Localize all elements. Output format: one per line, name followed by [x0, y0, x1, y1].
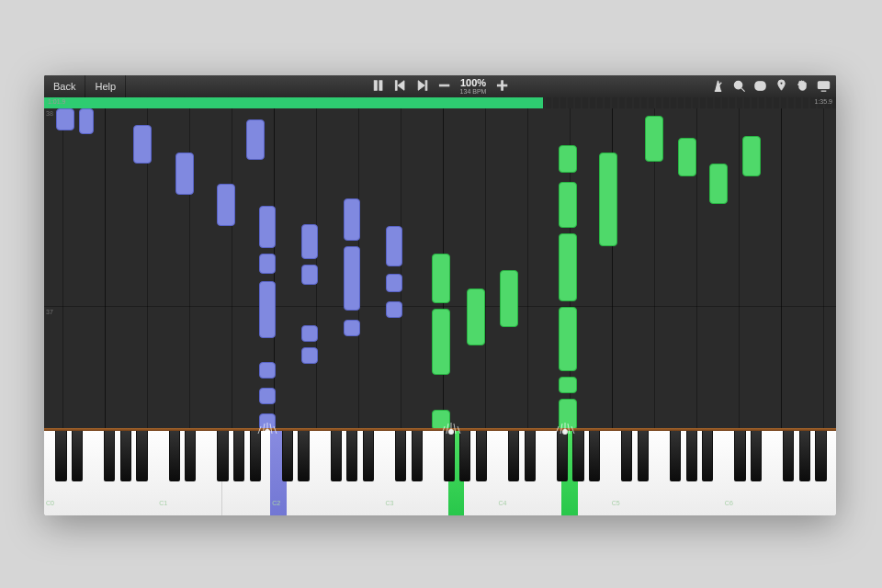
speed-display[interactable]: 100% 134 BPM [460, 78, 487, 95]
black-key[interactable] [298, 431, 309, 481]
row-label-top: 38 [46, 110, 53, 117]
black-key[interactable] [734, 431, 745, 481]
svg-point-7 [734, 81, 741, 88]
black-key[interactable] [572, 431, 583, 481]
octave-label: C6 [725, 500, 733, 506]
note-blue [386, 226, 402, 266]
black-key[interactable] [72, 431, 83, 481]
black-key[interactable] [589, 431, 600, 481]
note-blue [344, 198, 360, 241]
black-key[interactable] [346, 431, 357, 481]
black-key[interactable] [751, 431, 762, 481]
black-key[interactable] [120, 431, 131, 481]
row-label-bot: 37 [46, 309, 53, 315]
note-green [432, 254, 450, 303]
black-key[interactable] [476, 431, 487, 481]
svg-point-9 [780, 82, 783, 85]
note-blue [259, 413, 276, 428]
zoom-icon[interactable] [732, 79, 746, 95]
black-key[interactable] [412, 431, 423, 481]
hands-icon[interactable] [796, 79, 809, 95]
black-key[interactable] [250, 431, 261, 481]
black-key[interactable] [459, 431, 470, 481]
black-key[interactable] [783, 431, 794, 481]
note-blue [56, 108, 74, 130]
note-blue [344, 320, 360, 336]
note-green [709, 164, 728, 204]
note-green [559, 182, 577, 228]
black-key[interactable] [185, 431, 196, 481]
note-green [742, 136, 761, 176]
black-key[interactable] [670, 431, 681, 481]
note-blue [133, 125, 152, 164]
help-button[interactable]: Help [85, 75, 126, 97]
progress-fill [44, 97, 543, 108]
metronome-icon[interactable] [711, 79, 725, 95]
black-key[interactable] [136, 431, 147, 481]
black-key[interactable] [217, 431, 228, 481]
black-key[interactable] [363, 431, 374, 481]
note-blue [301, 325, 318, 342]
octave-label: C2 [272, 500, 280, 506]
note-blue [175, 153, 194, 195]
black-key[interactable] [233, 431, 244, 481]
note-green [559, 399, 577, 428]
black-key[interactable] [395, 431, 406, 481]
display-icon[interactable] [817, 79, 831, 95]
svg-rect-10 [818, 81, 829, 88]
note-green [559, 377, 577, 393]
note-green [645, 116, 663, 162]
black-key[interactable] [508, 431, 519, 481]
pause-icon[interactable] [372, 79, 385, 94]
note-green [559, 233, 577, 301]
keyboard[interactable]: C0C1C2C3C4C5C6 [44, 428, 836, 515]
svg-rect-4 [439, 85, 449, 86]
note-blue [79, 108, 94, 134]
black-key[interactable] [702, 431, 713, 481]
note-green [559, 307, 577, 371]
svg-rect-2 [395, 81, 397, 91]
note-green [678, 138, 696, 176]
black-key[interactable] [621, 431, 632, 481]
black-key[interactable] [686, 431, 697, 481]
note-blue [344, 246, 360, 311]
svg-rect-3 [425, 81, 427, 91]
black-key[interactable] [104, 431, 115, 481]
note-blue [301, 224, 318, 259]
note-green [599, 153, 617, 246]
note-blue [259, 281, 276, 338]
note-blue [217, 184, 235, 226]
app-window: Back Help 100% 134 BPM 1:01.9 1:35.9 [44, 75, 836, 515]
black-key[interactable] [525, 431, 536, 481]
minus-icon[interactable] [438, 79, 451, 94]
toolbar: Back Help 100% 134 BPM [44, 75, 836, 98]
back-button[interactable]: Back [44, 75, 85, 97]
black-key[interactable] [444, 431, 455, 481]
toolbar-right [711, 79, 831, 95]
octave-label: C1 [159, 500, 167, 506]
notefall: 38 37 [44, 108, 836, 428]
plus-icon[interactable] [495, 79, 508, 94]
octave-label: C0 [46, 500, 54, 506]
black-key[interactable] [169, 431, 180, 481]
svg-rect-1 [379, 81, 382, 91]
black-key[interactable] [557, 431, 568, 481]
black-key[interactable] [55, 431, 66, 481]
black-key[interactable] [815, 431, 826, 481]
note-blue [259, 254, 276, 274]
marker-icon[interactable] [775, 79, 788, 95]
black-key[interactable] [638, 431, 649, 481]
black-key[interactable] [331, 431, 342, 481]
note-blue [301, 265, 318, 285]
playback-controls: 100% 134 BPM [372, 78, 509, 95]
next-icon[interactable] [416, 79, 429, 94]
black-key[interactable] [799, 431, 810, 481]
octave-label: C4 [499, 500, 507, 506]
note-blue [386, 274, 402, 292]
black-key[interactable] [282, 431, 293, 481]
prev-icon[interactable] [394, 79, 407, 94]
note-blue [259, 362, 276, 379]
loop-icon[interactable] [753, 79, 767, 95]
progress-bar[interactable] [44, 97, 836, 108]
time-elapsed: 1:01.9 [48, 98, 65, 105]
